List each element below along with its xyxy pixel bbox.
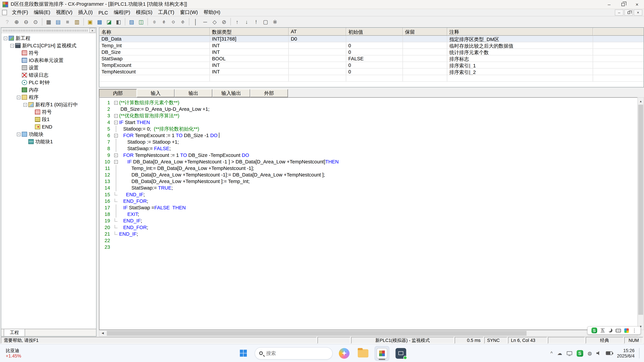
menu-工具(T)[interactable]: 工具(T) [155, 8, 177, 16]
code-line-8[interactable]: 8 StatSwap:= FALSE; [100, 145, 638, 152]
fold-margin[interactable]: - [112, 152, 119, 158]
immediate-refresh-icon[interactable]: ! [252, 17, 261, 26]
tab-project[interactable]: 工程 [4, 329, 25, 336]
fold-margin[interactable]: - [112, 158, 119, 165]
table-row[interactable]: TempNestcountINT0排序索引|_2 [100, 68, 644, 75]
tree-item-symbols[interactable]: 符号 [1, 49, 96, 57]
menu-模拟(S)[interactable]: 模拟(S) [133, 8, 155, 16]
fold-margin[interactable]: - [112, 132, 119, 139]
cell[interactable] [100, 75, 210, 82]
column-header-保留[interactable]: 保留 [403, 28, 447, 35]
menu-文件(F)[interactable]: 文件(F) [9, 8, 31, 16]
cell[interactable] [289, 42, 346, 49]
horizontal-scroll-thumb[interactable] [107, 331, 526, 336]
context-help-icon[interactable]: ? [2, 17, 12, 26]
child-window-icon[interactable] [2, 10, 7, 15]
cell[interactable]: 临时存放比较之后大的数据值 [447, 42, 593, 49]
column-header-初始值[interactable]: 初始值 [346, 28, 403, 35]
snipping-tool-button[interactable] [394, 346, 408, 361]
cell[interactable]: INT[31768] [210, 36, 289, 42]
night-mode-icon[interactable] [608, 328, 612, 332]
cell[interactable]: 0 [346, 68, 403, 75]
section-list-icon[interactable]: ≡ [63, 17, 72, 26]
fold-collapse-icon[interactable]: - [114, 120, 118, 124]
code-line-20[interactable]: 20 END_FOR; [100, 224, 638, 231]
tree-item-memory[interactable]: 内存 [1, 86, 96, 93]
falling-edge-icon[interactable]: ↓ [242, 17, 251, 26]
new-horizontal-line-icon[interactable]: ─ [200, 17, 210, 26]
expander-icon[interactable]: - [24, 103, 27, 106]
cell[interactable]: 排序索引|_2 [447, 68, 593, 75]
tree-item-program1-symbols[interactable]: 符号 [1, 108, 96, 116]
fold-collapse-icon[interactable]: - [114, 101, 118, 104]
code-line-13[interactable]: 13 DB_Data[D_Area_Low +TempNestcount ]:=… [100, 178, 638, 185]
new-closed-contact-icon[interactable]: -|/|- [159, 17, 168, 26]
tree-item-plc1[interactable]: -新PLC1[CP1H] 监视模式 [1, 42, 96, 49]
cell[interactable]: D0 [289, 36, 346, 42]
code-line-9[interactable]: 9- FOR TempNestcount := 1 TO DB_Size -Te… [100, 152, 638, 158]
zoom-fit-icon[interactable]: ⊙ [31, 17, 40, 26]
fold-margin[interactable]: - [112, 112, 119, 119]
cell[interactable] [210, 75, 289, 82]
tree-item-error-log[interactable]: 错误日志 [1, 71, 96, 79]
table-row[interactable]: StatSwapBOOLFALSE排序标志 [100, 55, 644, 62]
code-line-14[interactable]: 14 StatSwap:= TRUE; [100, 185, 638, 191]
panel-close-button[interactable]: × [90, 28, 95, 33]
cell[interactable]: INT [210, 68, 289, 75]
cell[interactable] [289, 55, 346, 62]
cell[interactable]: TempNestcount [100, 68, 210, 75]
fold-collapse-icon[interactable]: - [114, 153, 118, 157]
cloud-icon[interactable]: ☁ [557, 350, 562, 356]
cell[interactable] [403, 75, 447, 82]
more-options-icon[interactable]: ⋮ [632, 328, 636, 333]
tree-item-function-blocks[interactable]: -功能块 [1, 131, 96, 138]
menu-PLC[interactable]: PLC [96, 9, 111, 16]
expander-icon[interactable]: - [4, 36, 8, 40]
minimize-button[interactable]: – [602, 0, 616, 8]
tab-输出[interactable]: 输出 [174, 89, 212, 97]
cell[interactable] [289, 75, 346, 82]
taskbar-clock[interactable]: 15:26 2025/6/4 [617, 348, 634, 359]
column-header-名称[interactable]: 名称 [100, 28, 210, 35]
code-line-2[interactable]: 2 DB_Size:= D_Area_Up-D_Area_Low +1; [100, 106, 638, 112]
ladder-editor-icon[interactable]: ▣ [85, 17, 95, 26]
st-code-editor[interactable]: 1-(**计算数组排序元素个数**)2 DB_Size:= D_Area_Up-… [99, 97, 638, 330]
code-line-18[interactable]: 18 EXIT; [100, 211, 638, 218]
code-line-1[interactable]: 1-(**计算数组排序元素个数**) [100, 99, 638, 106]
cell[interactable] [403, 49, 447, 55]
menu-帮助(H)[interactable]: 帮助(H) [201, 8, 223, 16]
cell[interactable] [346, 75, 403, 82]
cell[interactable]: 指定排序区类型_DM区 [447, 36, 593, 42]
cell[interactable] [403, 42, 447, 49]
menu-编程(P)[interactable]: 编程(P) [111, 8, 133, 16]
code-line-11[interactable]: 11 Temp_Int:= DB_Data[D_Area_Low +TempNe… [100, 165, 638, 171]
cell[interactable]: 排序索引|_1 [447, 62, 593, 68]
fold-collapse-icon[interactable]: - [114, 160, 118, 164]
cell[interactable] [403, 36, 447, 42]
menu-插入(I)[interactable]: 插入(I) [75, 8, 96, 16]
code-line-12[interactable]: 12 DB_Data[D_Area_Low +TempNestcount -1]… [100, 172, 638, 178]
fold-collapse-icon[interactable]: - [114, 114, 118, 118]
zoom-in-icon[interactable]: ⊕ [12, 17, 21, 26]
fold-collapse-icon[interactable]: - [114, 134, 118, 137]
code-line-17[interactable]: 17 IF StatSwap =FALSE THEN [100, 204, 638, 211]
cell[interactable] [403, 68, 447, 75]
toolbox-icon[interactable] [624, 328, 629, 333]
network-globe-icon[interactable]: ◍ [588, 350, 592, 356]
start-button[interactable] [236, 346, 250, 361]
expander-icon[interactable]: - [17, 132, 20, 136]
code-line-23[interactable]: 23 [100, 244, 638, 250]
cx-programmer-taskbar-button[interactable] [374, 346, 389, 361]
symbol-table-icon[interactable]: ▤ [53, 17, 63, 26]
expander-icon[interactable]: - [10, 44, 14, 47]
grid-toggle-icon[interactable]: ▦ [44, 17, 53, 26]
tree-item-end[interactable]: END [1, 123, 96, 131]
tab-内部[interactable]: 内部 [99, 89, 137, 97]
cell[interactable]: FALSE [346, 55, 403, 62]
cell[interactable] [289, 62, 346, 68]
tree-item-programs[interactable]: -程序 [1, 93, 96, 101]
close-button[interactable]: × [630, 0, 644, 8]
battery-icon[interactable] [606, 351, 612, 355]
show-desktop-button[interactable] [639, 348, 641, 359]
watch-window-icon[interactable]: ◧ [114, 17, 123, 26]
